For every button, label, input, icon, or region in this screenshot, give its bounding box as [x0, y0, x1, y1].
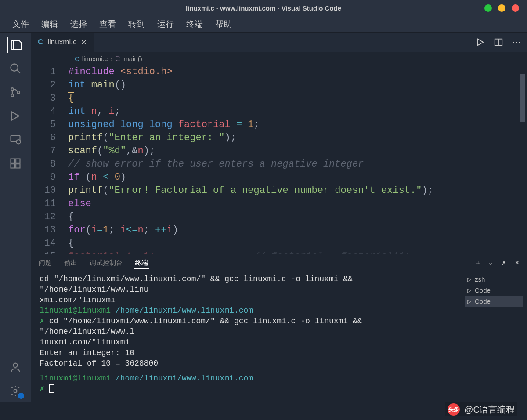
chevron-right-icon: › [110, 55, 112, 62]
menubar: 文件 编辑 选择 查看 转到 运行 终端 帮助 [0, 16, 527, 33]
breadcrumb-file: linuxmi.c [82, 55, 108, 62]
code-line[interactable]: 4int n, i; [31, 105, 527, 118]
line-number: 3 [31, 93, 68, 104]
line-content: unsigned long long factorial = 1; [68, 119, 260, 130]
line-number: 9 [31, 172, 68, 183]
menu-selection[interactable]: 选择 [66, 17, 91, 32]
menu-file[interactable]: 文件 [8, 17, 33, 32]
more-icon[interactable]: ⋯ [512, 37, 521, 47]
run-icon[interactable] [475, 37, 485, 47]
close-panel-icon[interactable]: ✕ [514, 259, 520, 267]
line-number: 5 [31, 119, 68, 130]
tab-output[interactable]: 输出 [63, 257, 78, 269]
terminal-line: Factorial of 10 = 3628800 [40, 359, 158, 368]
code-line[interactable]: 10printf("Error! Factorial of a negative… [31, 184, 527, 197]
extensions-icon[interactable] [7, 156, 23, 171]
code-line[interactable]: 8// show error if the user enters a nega… [31, 157, 527, 170]
source-control-icon[interactable] [7, 84, 23, 100]
code-line[interactable]: 12{ [31, 210, 527, 223]
breadcrumb-fn: main() [123, 55, 142, 62]
line-content: int main() [68, 80, 126, 91]
titlebar: linuxmi.c - www.linuxmi.com - Visual Stu… [0, 0, 527, 16]
maximize-button[interactable] [498, 4, 505, 12]
code-line[interactable]: 9if (n < 0) [31, 170, 527, 184]
explorer-icon[interactable] [7, 37, 23, 53]
chevron-down-icon[interactable]: ⌄ [488, 259, 494, 267]
svg-point-6 [16, 140, 20, 144]
code-line[interactable]: 3{ [31, 91, 527, 105]
code-line[interactable]: 14{ [31, 236, 527, 250]
line-content: int n, i; [68, 106, 120, 117]
remote-icon[interactable] [7, 132, 23, 148]
line-number: 13 [31, 224, 68, 235]
terminal-line: xmi.com/"linuxmi [40, 296, 116, 304]
line-number: 14 [31, 238, 68, 249]
tab-debug-console[interactable]: 调试控制台 [89, 257, 123, 269]
code-line[interactable]: 13for(i=1; i<=n; ++i) [31, 223, 527, 236]
cube-icon: ⬡ [115, 54, 121, 62]
line-number: 6 [31, 132, 68, 143]
settings-icon[interactable] [7, 383, 23, 399]
search-icon[interactable] [7, 61, 23, 76]
terminal-prompt-path: /home/linuxmi/www.linuxmi.com [111, 306, 253, 315]
terminal-list-item[interactable]: ▷zsh [465, 274, 523, 285]
line-number: 2 [31, 80, 68, 91]
svg-point-3 [11, 94, 14, 97]
terminal-list-item[interactable]: ▷Code [465, 285, 523, 296]
file-tab[interactable]: C linuxmi.c ✕ [31, 33, 94, 52]
line-content: printf("Error! Factorial of a negative n… [68, 185, 433, 196]
close-button[interactable] [512, 4, 519, 12]
terminal-prompt-path: /home/linuxmi/www.linuxmi.com [111, 374, 253, 383]
terminal-list-item[interactable]: ▷Code [465, 296, 523, 307]
run-debug-icon[interactable] [7, 108, 23, 124]
menu-terminal[interactable]: 终端 [182, 17, 207, 32]
line-content: { [68, 93, 74, 104]
activity-bar [0, 33, 31, 402]
svg-rect-9 [11, 164, 15, 168]
menu-run[interactable]: 运行 [153, 17, 178, 32]
line-number: 11 [31, 198, 68, 209]
menu-view[interactable]: 查看 [95, 17, 120, 32]
tab-terminal[interactable]: 终端 [134, 257, 149, 269]
svg-rect-7 [11, 159, 15, 163]
minimize-button[interactable] [484, 4, 492, 12]
menu-help[interactable]: 帮助 [211, 17, 236, 32]
scrollbar[interactable] [520, 74, 525, 122]
line-content: for(i=1; i<=n; ++i) [68, 224, 178, 235]
new-terminal-icon[interactable]: + [476, 259, 480, 267]
code-editor[interactable]: 1#include <stdio.h>2int main()3{4int n, … [31, 65, 527, 254]
accounts-icon[interactable] [7, 359, 23, 375]
prompt-char: ✗ [40, 317, 49, 326]
terminal-cursor [49, 384, 54, 393]
line-number: 10 [31, 185, 68, 196]
code-line[interactable]: 2int main() [31, 78, 527, 91]
toutiao-logo-icon: 头条 [448, 403, 460, 416]
code-line[interactable]: 5unsigned long long factorial = 1; [31, 118, 527, 131]
svg-point-12 [14, 390, 17, 393]
prompt-char: ✗ [40, 384, 49, 393]
maximize-panel-icon[interactable]: ∧ [502, 259, 506, 267]
terminal-prompt-user: linuxmi@linuxmi [40, 374, 111, 383]
code-line[interactable]: 11else [31, 197, 527, 210]
tab-problems[interactable]: 问题 [38, 257, 53, 269]
svg-point-2 [11, 88, 14, 91]
svg-rect-10 [16, 164, 20, 168]
line-number: 8 [31, 159, 68, 170]
close-icon[interactable]: ✕ [81, 38, 87, 47]
settings-badge [18, 393, 24, 399]
code-line[interactable]: 6printf("Enter an integer: "); [31, 131, 527, 144]
menu-go[interactable]: 转到 [124, 17, 149, 32]
terminal-output[interactable]: cd "/home/linuxmi/www.linuxmi.com/" && g… [31, 271, 461, 402]
code-line[interactable]: 15factorial *= i; // factorial = factori… [31, 250, 527, 254]
split-editor-icon[interactable] [494, 37, 503, 47]
line-content: { [68, 238, 74, 249]
code-line[interactable]: 1#include <stdio.h> [31, 65, 527, 78]
terminal-line: cd "/home/linuxmi/www.linuxmi.com/" && g… [40, 275, 353, 294]
line-content: #include <stdio.h> [68, 66, 173, 77]
line-content: printf("Enter an integer: "); [68, 132, 236, 143]
terminal-icon: ▷ [467, 287, 471, 293]
terminal-list-label: Code [475, 286, 491, 294]
breadcrumb[interactable]: C linuxmi.c › ⬡ main() [31, 52, 527, 65]
menu-edit[interactable]: 编辑 [37, 17, 62, 32]
code-line[interactable]: 7scanf("%d",&n); [31, 144, 527, 157]
